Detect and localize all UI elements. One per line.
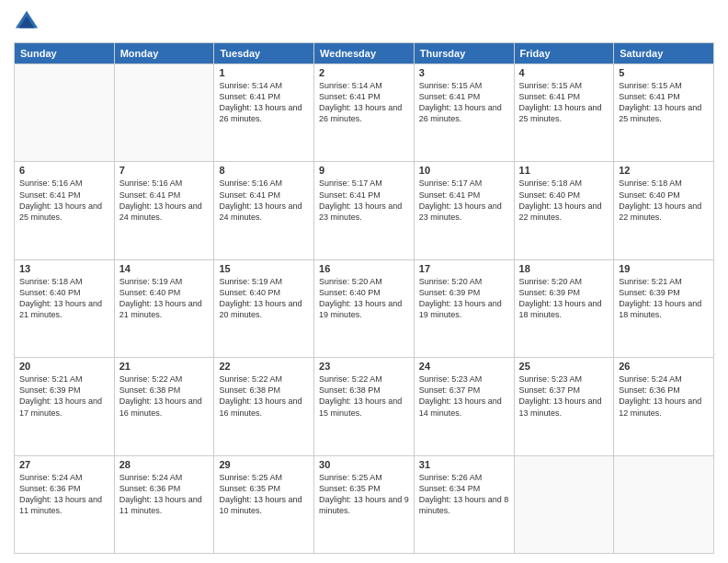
day-number: 17 xyxy=(419,263,509,274)
day-number: 22 xyxy=(219,361,309,372)
day-info: Sunrise: 5:15 AM Sunset: 6:41 PM Dayligh… xyxy=(419,80,509,125)
day-number: 28 xyxy=(119,459,210,470)
calendar-cell: 8Sunrise: 5:16 AM Sunset: 6:41 PM Daylig… xyxy=(214,162,314,259)
calendar-cell: 26Sunrise: 5:24 AM Sunset: 6:36 PM Dayli… xyxy=(614,358,714,455)
calendar-cell: 18Sunrise: 5:20 AM Sunset: 6:39 PM Dayli… xyxy=(514,259,614,357)
calendar-cell: 22Sunrise: 5:22 AM Sunset: 6:38 PM Dayli… xyxy=(214,358,314,455)
day-info: Sunrise: 5:22 AM Sunset: 6:38 PM Dayligh… xyxy=(219,373,309,419)
calendar-cell: 21Sunrise: 5:22 AM Sunset: 6:38 PM Dayli… xyxy=(114,358,214,455)
day-number: 27 xyxy=(19,459,109,470)
day-header-tuesday: Tuesday xyxy=(214,43,314,64)
day-number: 15 xyxy=(219,263,309,274)
day-number: 5 xyxy=(619,67,709,78)
day-number: 1 xyxy=(219,67,309,78)
calendar-week-4: 27Sunrise: 5:24 AM Sunset: 6:36 PM Dayli… xyxy=(15,455,714,553)
calendar-week-3: 20Sunrise: 5:21 AM Sunset: 6:39 PM Dayli… xyxy=(15,358,714,455)
day-info: Sunrise: 5:16 AM Sunset: 6:41 PM Dayligh… xyxy=(119,178,210,223)
day-info: Sunrise: 5:21 AM Sunset: 6:39 PM Dayligh… xyxy=(619,276,709,321)
day-info: Sunrise: 5:25 AM Sunset: 6:35 PM Dayligh… xyxy=(219,472,309,517)
day-number: 29 xyxy=(219,459,309,470)
calendar-cell: 7Sunrise: 5:16 AM Sunset: 6:41 PM Daylig… xyxy=(114,162,214,259)
day-number: 11 xyxy=(519,165,609,176)
calendar-cell: 9Sunrise: 5:17 AM Sunset: 6:41 PM Daylig… xyxy=(314,162,415,259)
day-number: 25 xyxy=(519,361,609,372)
calendar-week-0: 1Sunrise: 5:14 AM Sunset: 6:41 PM Daylig… xyxy=(15,64,714,162)
logo-icon xyxy=(14,9,40,35)
day-number: 16 xyxy=(319,263,409,274)
calendar-cell: 16Sunrise: 5:20 AM Sunset: 6:40 PM Dayli… xyxy=(314,259,415,357)
calendar-cell: 2Sunrise: 5:14 AM Sunset: 6:41 PM Daylig… xyxy=(314,64,415,162)
calendar-cell xyxy=(614,455,714,553)
calendar-cell: 19Sunrise: 5:21 AM Sunset: 6:39 PM Dayli… xyxy=(614,259,714,357)
day-info: Sunrise: 5:18 AM Sunset: 6:40 PM Dayligh… xyxy=(519,178,609,223)
day-header-thursday: Thursday xyxy=(414,43,514,64)
day-info: Sunrise: 5:14 AM Sunset: 6:41 PM Dayligh… xyxy=(319,80,409,125)
day-info: Sunrise: 5:18 AM Sunset: 6:40 PM Dayligh… xyxy=(619,178,709,223)
day-info: Sunrise: 5:16 AM Sunset: 6:41 PM Dayligh… xyxy=(219,178,309,223)
calendar-cell: 13Sunrise: 5:18 AM Sunset: 6:40 PM Dayli… xyxy=(15,259,115,357)
calendar-cell: 3Sunrise: 5:15 AM Sunset: 6:41 PM Daylig… xyxy=(414,64,514,162)
day-number: 21 xyxy=(119,361,210,372)
day-header-sunday: Sunday xyxy=(15,43,115,64)
day-number: 20 xyxy=(19,361,109,372)
calendar-cell: 27Sunrise: 5:24 AM Sunset: 6:36 PM Dayli… xyxy=(15,455,115,553)
day-info: Sunrise: 5:20 AM Sunset: 6:39 PM Dayligh… xyxy=(419,276,509,321)
day-number: 26 xyxy=(619,361,709,372)
day-info: Sunrise: 5:24 AM Sunset: 6:36 PM Dayligh… xyxy=(619,373,709,419)
calendar-cell: 1Sunrise: 5:14 AM Sunset: 6:41 PM Daylig… xyxy=(214,64,314,162)
calendar-cell: 5Sunrise: 5:15 AM Sunset: 6:41 PM Daylig… xyxy=(614,64,714,162)
day-header-monday: Monday xyxy=(114,43,214,64)
day-number: 19 xyxy=(619,263,709,274)
calendar-cell: 15Sunrise: 5:19 AM Sunset: 6:40 PM Dayli… xyxy=(214,259,314,357)
header xyxy=(14,9,714,35)
day-info: Sunrise: 5:20 AM Sunset: 6:39 PM Dayligh… xyxy=(519,276,609,321)
calendar-cell: 11Sunrise: 5:18 AM Sunset: 6:40 PM Dayli… xyxy=(514,162,614,259)
day-number: 8 xyxy=(219,165,309,176)
day-info: Sunrise: 5:26 AM Sunset: 6:34 PM Dayligh… xyxy=(419,472,509,517)
day-number: 4 xyxy=(519,67,609,78)
calendar-cell: 6Sunrise: 5:16 AM Sunset: 6:41 PM Daylig… xyxy=(15,162,115,259)
day-info: Sunrise: 5:18 AM Sunset: 6:40 PM Dayligh… xyxy=(19,276,109,321)
calendar-cell: 30Sunrise: 5:25 AM Sunset: 6:35 PM Dayli… xyxy=(314,455,415,553)
calendar-cell: 14Sunrise: 5:19 AM Sunset: 6:40 PM Dayli… xyxy=(114,259,214,357)
day-info: Sunrise: 5:17 AM Sunset: 6:41 PM Dayligh… xyxy=(319,178,409,223)
day-number: 9 xyxy=(319,165,409,176)
day-info: Sunrise: 5:24 AM Sunset: 6:36 PM Dayligh… xyxy=(119,472,210,517)
calendar-week-1: 6Sunrise: 5:16 AM Sunset: 6:41 PM Daylig… xyxy=(15,162,714,259)
day-number: 3 xyxy=(419,67,509,78)
day-info: Sunrise: 5:19 AM Sunset: 6:40 PM Dayligh… xyxy=(219,276,309,321)
calendar-cell: 23Sunrise: 5:22 AM Sunset: 6:38 PM Dayli… xyxy=(314,358,415,455)
day-info: Sunrise: 5:23 AM Sunset: 6:37 PM Dayligh… xyxy=(419,373,509,419)
day-info: Sunrise: 5:17 AM Sunset: 6:41 PM Dayligh… xyxy=(419,178,509,223)
day-info: Sunrise: 5:19 AM Sunset: 6:40 PM Dayligh… xyxy=(119,276,210,321)
calendar-cell: 31Sunrise: 5:26 AM Sunset: 6:34 PM Dayli… xyxy=(414,455,514,553)
calendar: SundayMondayTuesdayWednesdayThursdayFrid… xyxy=(14,42,714,554)
calendar-header-row: SundayMondayTuesdayWednesdayThursdayFrid… xyxy=(15,43,714,64)
logo xyxy=(14,9,43,35)
calendar-cell: 10Sunrise: 5:17 AM Sunset: 6:41 PM Dayli… xyxy=(414,162,514,259)
day-info: Sunrise: 5:16 AM Sunset: 6:41 PM Dayligh… xyxy=(19,178,109,223)
calendar-cell: 12Sunrise: 5:18 AM Sunset: 6:40 PM Dayli… xyxy=(614,162,714,259)
day-info: Sunrise: 5:23 AM Sunset: 6:37 PM Dayligh… xyxy=(519,373,609,419)
day-info: Sunrise: 5:25 AM Sunset: 6:35 PM Dayligh… xyxy=(319,472,409,517)
day-header-wednesday: Wednesday xyxy=(314,43,415,64)
calendar-cell: 25Sunrise: 5:23 AM Sunset: 6:37 PM Dayli… xyxy=(514,358,614,455)
day-header-friday: Friday xyxy=(514,43,614,64)
day-info: Sunrise: 5:21 AM Sunset: 6:39 PM Dayligh… xyxy=(19,373,109,419)
day-number: 24 xyxy=(419,361,509,372)
day-number: 12 xyxy=(619,165,709,176)
day-number: 23 xyxy=(319,361,409,372)
day-info: Sunrise: 5:22 AM Sunset: 6:38 PM Dayligh… xyxy=(319,373,409,419)
calendar-cell: 4Sunrise: 5:15 AM Sunset: 6:41 PM Daylig… xyxy=(514,64,614,162)
day-info: Sunrise: 5:24 AM Sunset: 6:36 PM Dayligh… xyxy=(19,472,109,517)
day-info: Sunrise: 5:20 AM Sunset: 6:40 PM Dayligh… xyxy=(319,276,409,321)
day-number: 7 xyxy=(119,165,210,176)
day-info: Sunrise: 5:15 AM Sunset: 6:41 PM Dayligh… xyxy=(619,80,709,125)
day-info: Sunrise: 5:15 AM Sunset: 6:41 PM Dayligh… xyxy=(519,80,609,125)
day-number: 6 xyxy=(19,165,109,176)
calendar-cell: 28Sunrise: 5:24 AM Sunset: 6:36 PM Dayli… xyxy=(114,455,214,553)
calendar-cell xyxy=(15,64,115,162)
calendar-cell: 20Sunrise: 5:21 AM Sunset: 6:39 PM Dayli… xyxy=(15,358,115,455)
day-number: 31 xyxy=(419,459,509,470)
day-number: 2 xyxy=(319,67,409,78)
